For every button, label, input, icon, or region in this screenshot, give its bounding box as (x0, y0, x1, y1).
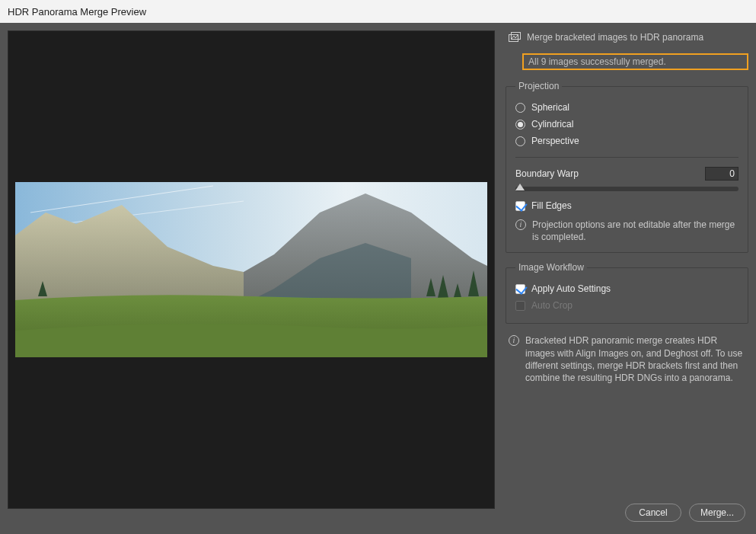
options-pane: Merge bracketed images to HDR panorama A… (502, 23, 756, 534)
boundary-warp-slider[interactable] (515, 187, 738, 191)
merge-header: Merge bracketed images to HDR panorama (506, 30, 748, 44)
projection-option-cylindrical[interactable]: Cylindrical (515, 116, 738, 133)
merge-header-label: Merge bracketed images to HDR panorama (527, 32, 703, 43)
boundary-warp-input[interactable] (705, 167, 738, 181)
slider-handle-icon (515, 184, 525, 190)
projection-legend: Projection (515, 81, 562, 91)
checkbox-icon (515, 201, 525, 211)
window-title: HDR Panorama Merge Preview (8, 6, 146, 18)
preview-frame (8, 30, 495, 509)
cancel-button[interactable]: Cancel (625, 504, 681, 522)
radio-label: Cylindrical (531, 119, 573, 130)
boundary-warp-label: Boundary Warp (515, 168, 579, 179)
dialog-buttons: Cancel Merge... (506, 504, 748, 526)
projection-option-spherical[interactable]: Spherical (515, 99, 738, 116)
auto-crop-checkbox: Auto Crop (515, 297, 738, 314)
footer-info-text: Bracketed HDR panoramic merge creates HD… (525, 334, 745, 384)
radio-icon (515, 136, 525, 146)
footer-info: i Bracketed HDR panoramic merge creates … (506, 330, 748, 384)
preview-pane (0, 23, 502, 534)
image-workflow-section: Image Workflow Apply Auto Settings Auto … (506, 262, 748, 324)
merge-button[interactable]: Merge... (689, 504, 745, 522)
checkbox-label: Fill Edges (531, 200, 572, 211)
info-icon: i (509, 335, 519, 346)
apply-auto-settings-checkbox[interactable]: Apply Auto Settings (515, 280, 738, 297)
radio-icon (515, 120, 525, 130)
info-icon: i (515, 219, 526, 230)
divider (515, 157, 738, 158)
checkbox-label: Apply Auto Settings (531, 283, 611, 294)
projection-note-text: Projection options are not editable afte… (532, 219, 738, 243)
app-body: Merge bracketed images to HDR panorama A… (0, 23, 756, 534)
projection-note: i Projection options are not editable af… (515, 214, 738, 243)
fill-edges-checkbox[interactable]: Fill Edges (515, 197, 738, 214)
workflow-legend: Image Workflow (515, 262, 587, 273)
boundary-warp-row: Boundary Warp (515, 165, 738, 182)
checkbox-label: Auto Crop (531, 300, 573, 311)
checkbox-icon (515, 284, 525, 294)
radio-label: Perspective (531, 136, 579, 146)
merge-status-highlight: All 9 images successfully merged. (522, 53, 748, 70)
projection-option-perspective[interactable]: Perspective (515, 133, 738, 149)
radio-label: Spherical (531, 102, 569, 113)
projection-section: Projection Spherical Cylindrical Perspec… (506, 81, 748, 253)
checkbox-icon (515, 301, 525, 311)
window-titlebar: HDR Panorama Merge Preview (0, 0, 756, 23)
panorama-preview-image (15, 182, 487, 357)
panorama-stack-icon (509, 32, 521, 43)
radio-icon (515, 103, 525, 113)
